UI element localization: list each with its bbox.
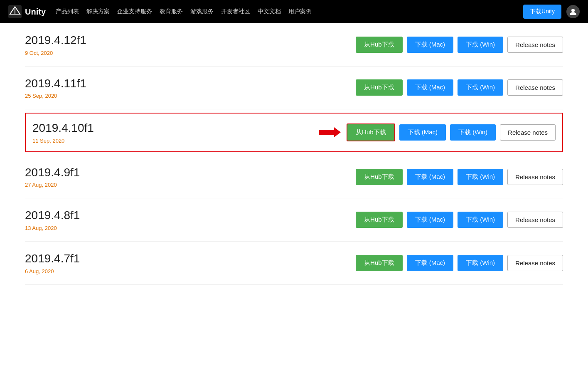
release-actions: 从Hub下载下载 (Mac)下载 (Win)Release notes: [319, 123, 556, 141]
nav-link-enterprise[interactable]: 企业支持服务: [117, 8, 152, 15]
mac-download-button[interactable]: 下载 (Mac): [407, 255, 454, 271]
svg-marker-5: [319, 127, 341, 137]
mac-download-button[interactable]: 下载 (Mac): [407, 79, 454, 96]
svg-point-4: [571, 9, 575, 12]
navigation: Unity 产品列表解决方案企业支持服务教育服务游戏服务开发者社区中文文档用户案…: [0, 0, 588, 23]
hub-download-button[interactable]: 从Hub下载: [356, 79, 403, 96]
release-version: 2019.4.8f1: [25, 208, 349, 222]
user-avatar[interactable]: [566, 5, 580, 18]
nav-link-solutions[interactable]: 解决方案: [86, 8, 110, 15]
unity-logo-icon: [8, 5, 22, 18]
release-version: 2019.4.10f1: [32, 121, 312, 135]
nav-link-cases[interactable]: 用户案例: [288, 8, 312, 15]
release-version: 2019.4.7f1: [25, 252, 349, 266]
win-download-button[interactable]: 下载 (Win): [458, 255, 503, 271]
hub-download-button[interactable]: 从Hub下载: [356, 169, 403, 185]
release-notes-button[interactable]: Release notes: [507, 79, 563, 96]
nav-link-games[interactable]: 游戏服务: [190, 8, 214, 15]
release-date: 27 Aug, 2020: [25, 182, 349, 188]
release-actions: 从Hub下载下载 (Mac)下载 (Win)Release notes: [356, 37, 563, 53]
win-download-button[interactable]: 下载 (Win): [458, 79, 503, 96]
release-row: 2019.4.11f125 Sep, 2020从Hub下载下载 (Mac)下载 …: [25, 67, 563, 110]
release-info: 2019.4.11f125 Sep, 2020: [25, 77, 349, 99]
release-row: 2019.4.10f111 Sep, 2020 从Hub下载下载 (Mac)下载…: [25, 113, 563, 152]
release-row: 2019.4.12f19 Oct, 2020从Hub下载下载 (Mac)下载 (…: [25, 23, 563, 67]
release-version: 2019.4.12f1: [25, 33, 349, 47]
avatar-icon: [569, 7, 577, 16]
release-notes-button[interactable]: Release notes: [507, 255, 563, 271]
mac-download-button[interactable]: 下载 (Mac): [407, 37, 454, 53]
release-notes-button[interactable]: Release notes: [500, 124, 556, 141]
release-actions: 从Hub下载下载 (Mac)下载 (Win)Release notes: [356, 169, 563, 185]
release-version: 2019.4.11f1: [25, 77, 349, 91]
release-info: 2019.4.8f113 Aug, 2020: [25, 208, 349, 231]
download-unity-button[interactable]: 下载Unity: [523, 5, 561, 19]
mac-download-button[interactable]: 下载 (Mac): [407, 169, 454, 185]
release-actions: 从Hub下载下载 (Mac)下载 (Win)Release notes: [356, 255, 563, 271]
win-download-button[interactable]: 下载 (Win): [458, 169, 503, 185]
hub-download-button[interactable]: 从Hub下载: [356, 37, 403, 53]
release-actions: 从Hub下载下载 (Mac)下载 (Win)Release notes: [356, 79, 563, 96]
release-date: 13 Aug, 2020: [25, 225, 349, 231]
nav-links: 产品列表解决方案企业支持服务教育服务游戏服务开发者社区中文文档用户案例: [56, 8, 513, 15]
release-date: 9 Oct, 2020: [25, 50, 349, 56]
release-notes-button[interactable]: Release notes: [507, 169, 563, 185]
release-info: 2019.4.9f127 Aug, 2020: [25, 165, 349, 188]
release-date: 6 Aug, 2020: [25, 268, 349, 274]
nav-link-products[interactable]: 产品列表: [56, 8, 79, 15]
win-download-button[interactable]: 下载 (Win): [450, 124, 496, 141]
release-info: 2019.4.12f19 Oct, 2020: [25, 33, 349, 56]
release-notes-button[interactable]: Release notes: [507, 37, 563, 53]
release-list: 2019.4.12f19 Oct, 2020从Hub下载下载 (Mac)下载 (…: [25, 23, 563, 285]
nav-link-education[interactable]: 教育服务: [160, 8, 183, 15]
mac-download-button[interactable]: 下载 (Mac): [399, 124, 446, 141]
hub-download-button[interactable]: 从Hub下载: [356, 212, 403, 228]
release-row: 2019.4.8f113 Aug, 2020从Hub下载下载 (Mac)下载 (…: [25, 198, 563, 242]
release-date: 11 Sep, 2020: [32, 138, 312, 144]
release-date: 25 Sep, 2020: [25, 93, 349, 99]
release-info: 2019.4.7f16 Aug, 2020: [25, 252, 349, 274]
unity-logo[interactable]: Unity: [8, 5, 46, 18]
release-actions: 从Hub下载下载 (Mac)下载 (Win)Release notes: [356, 212, 563, 228]
unity-logo-text: Unity: [25, 7, 46, 17]
highlight-arrow: [319, 126, 341, 139]
hub-download-button[interactable]: 从Hub下载: [356, 255, 403, 271]
win-download-button[interactable]: 下载 (Win): [458, 212, 503, 228]
nav-right: 下载Unity: [523, 5, 580, 19]
nav-link-community[interactable]: 开发者社区: [221, 8, 250, 15]
mac-download-button[interactable]: 下载 (Mac): [407, 212, 454, 228]
nav-link-docs[interactable]: 中文文档: [258, 8, 281, 15]
release-row: 2019.4.9f127 Aug, 2020从Hub下载下载 (Mac)下载 (…: [25, 156, 563, 199]
hub-download-button[interactable]: 从Hub下载: [347, 123, 395, 141]
release-row: 2019.4.7f16 Aug, 2020从Hub下载下载 (Mac)下载 (W…: [25, 242, 563, 285]
release-notes-button[interactable]: Release notes: [507, 212, 563, 228]
win-download-button[interactable]: 下载 (Win): [458, 37, 503, 53]
main-content: 2019.4.12f19 Oct, 2020从Hub下载下载 (Mac)下载 (…: [0, 23, 588, 285]
release-info: 2019.4.10f111 Sep, 2020: [32, 121, 312, 144]
release-version: 2019.4.9f1: [25, 165, 349, 180]
